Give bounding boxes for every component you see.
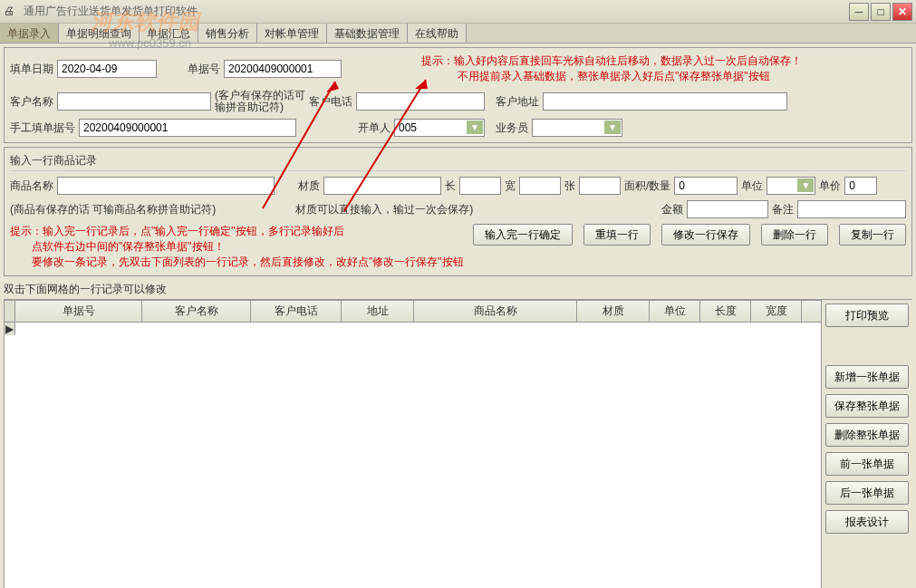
area-qty-input[interactable] xyxy=(674,177,738,195)
confirm-line-button[interactable]: 输入完一行确定 xyxy=(473,224,573,246)
tip-line-1: 提示：输入完一行记录后，点"输入完一行确定"按钮，多行记录输好后 xyxy=(10,224,469,239)
doc-no-label: 单据号 xyxy=(188,62,220,77)
amount-label: 金额 xyxy=(661,202,683,217)
new-doc-button[interactable]: 新增一张单据 xyxy=(825,365,909,389)
copy-line-button[interactable]: 复制一行 xyxy=(839,224,906,246)
save-doc-button[interactable]: 保存整张单据 xyxy=(825,394,909,418)
product-paren-hint: (商品有保存的话 可输商品名称拼音助记符) xyxy=(10,202,216,217)
material-input[interactable] xyxy=(323,177,441,195)
operator-label: 开单人 xyxy=(358,120,391,136)
col-address[interactable]: 地址 xyxy=(342,301,414,322)
grid-wrapper: 单据号 客户名称 客户电话 地址 商品名称 材质 单位 长度 宽度 ▶ ◄ xyxy=(4,300,912,588)
tab-entry[interactable]: 单据录入 xyxy=(0,24,59,43)
app-icon: 🖨 xyxy=(4,5,18,19)
close-button[interactable]: ✕ xyxy=(892,3,912,21)
col-product[interactable]: 商品名称 xyxy=(414,301,577,322)
remark-input[interactable] xyxy=(797,200,906,218)
col-length[interactable]: 长度 xyxy=(700,301,751,322)
col-phone[interactable]: 客户电话 xyxy=(251,301,342,322)
tab-detail-query[interactable]: 单据明细查询 xyxy=(59,24,140,43)
grid-header: 单据号 客户名称 客户电话 地址 商品名称 材质 单位 长度 宽度 xyxy=(5,301,821,323)
tip-line-2: 点软件右边中间的"保存整张单据"按钮！ xyxy=(32,239,469,255)
length-input[interactable] xyxy=(459,177,501,195)
header-section: 填单日期 单据号 提示：输入好内容后直接回车光标自动往后移动，数据录入过一次后自… xyxy=(4,47,912,143)
side-buttons: 打印预览 新增一张单据 保存整张单据 删除整张单据 前一张单据 后一张单据 报表… xyxy=(822,300,912,588)
address-label: 客户地址 xyxy=(496,94,539,110)
product-name-input[interactable] xyxy=(57,177,275,195)
price-input[interactable] xyxy=(844,177,877,195)
refill-button[interactable]: 重填一行 xyxy=(583,224,651,246)
amount-input[interactable] xyxy=(687,200,768,218)
address-input[interactable] xyxy=(543,92,787,111)
grid-corner xyxy=(5,301,15,322)
sales-select[interactable] xyxy=(532,119,622,137)
phone-input[interactable] xyxy=(356,92,485,111)
delete-line-button[interactable]: 删除一行 xyxy=(761,224,828,246)
delete-doc-button[interactable]: 删除整张单据 xyxy=(825,423,909,447)
minimize-button[interactable]: ─ xyxy=(849,3,869,21)
col-unit[interactable]: 单位 xyxy=(650,301,700,322)
customer-paren: (客户有保存的话可输拼音助记符) xyxy=(215,90,305,113)
report-design-button[interactable]: 报表设计 xyxy=(825,510,909,534)
operator-select[interactable] xyxy=(394,119,485,137)
print-preview-button[interactable]: 打印预览 xyxy=(825,304,909,327)
phone-label: 客户电话 xyxy=(309,94,352,110)
customer-input[interactable] xyxy=(57,92,211,111)
product-section-title: 输入一行商品记录 xyxy=(10,153,906,171)
hint-text-1: 提示：输入好内容后直接回车光标自动往后移动，数据录入过一次后自动保存！ xyxy=(421,53,802,69)
menu-tabs: 单据录入 单据明细查询 单据汇总 销售分析 对帐单管理 基础数据管理 在线帮助 xyxy=(0,24,916,43)
col-width[interactable]: 宽度 xyxy=(751,301,802,322)
tab-sales-analysis[interactable]: 销售分析 xyxy=(198,24,257,43)
grid-body[interactable]: ▶ xyxy=(5,323,821,588)
width-label: 宽 xyxy=(505,178,516,194)
grid-title: 双击下面网格的一行记录可以修改 xyxy=(4,280,912,300)
material-label: 材质 xyxy=(298,178,320,194)
area-qty-label: 面积/数量 xyxy=(624,178,670,194)
prev-doc-button[interactable]: 前一张单据 xyxy=(825,452,909,476)
product-name-label: 商品名称 xyxy=(10,178,53,194)
doc-no-input[interactable] xyxy=(224,60,342,78)
data-grid[interactable]: 单据号 客户名称 客户电话 地址 商品名称 材质 单位 长度 宽度 ▶ xyxy=(4,300,822,588)
tip-line-3: 要修改一条记录，先双击下面列表的一行记录，然后直接修改，改好点"修改一行保存"按… xyxy=(32,255,469,270)
product-section: 输入一行商品记录 商品名称 材质 长 宽 张 面积/数量 单位 单价 (商品有保… xyxy=(4,147,912,276)
fill-date-input[interactable] xyxy=(57,60,157,78)
material-hint: 材质可以直接输入，输过一次会保存) xyxy=(295,202,473,217)
remark-label: 备注 xyxy=(772,202,794,217)
tab-statement[interactable]: 对帐单管理 xyxy=(257,24,327,43)
price-label: 单价 xyxy=(819,178,841,194)
length-label: 长 xyxy=(445,178,456,194)
col-doc-no[interactable]: 单据号 xyxy=(15,301,142,322)
manual-no-input[interactable] xyxy=(79,119,296,137)
tab-summary[interactable]: 单据汇总 xyxy=(140,24,198,43)
sales-label: 业务员 xyxy=(496,120,528,136)
modify-save-button[interactable]: 修改一行保存 xyxy=(661,224,750,246)
window-title: 通用广告行业送货单发货单打印软件 xyxy=(24,4,849,19)
window-controls: ─ □ ✕ xyxy=(849,3,912,21)
manual-no-label: 手工填单据号 xyxy=(10,120,75,136)
tab-base-data[interactable]: 基础数据管理 xyxy=(327,24,408,43)
unit-label: 单位 xyxy=(741,178,763,194)
unit-select[interactable] xyxy=(767,177,815,195)
maximize-button[interactable]: □ xyxy=(871,3,891,21)
col-customer[interactable]: 客户名称 xyxy=(142,301,251,322)
count-input[interactable] xyxy=(579,177,621,195)
next-doc-button[interactable]: 后一张单据 xyxy=(825,481,909,505)
content-area: 填单日期 单据号 提示：输入好内容后直接回车光标自动往后移动，数据录入过一次后自… xyxy=(0,43,916,588)
count-label: 张 xyxy=(564,178,575,194)
fill-date-label: 填单日期 xyxy=(10,62,53,77)
customer-label: 客户名称 xyxy=(10,94,53,110)
tab-help[interactable]: 在线帮助 xyxy=(408,24,467,43)
col-material[interactable]: 材质 xyxy=(577,301,650,322)
width-input[interactable] xyxy=(519,177,561,195)
row-indicator-icon: ▶ xyxy=(5,323,15,335)
hint-text-2: 不用提前录入基础数据，整张单据录入好后点"保存整张单据"按钮 xyxy=(458,69,802,84)
titlebar: 🖨 通用广告行业送货单发货单打印软件 ─ □ ✕ xyxy=(0,0,916,24)
